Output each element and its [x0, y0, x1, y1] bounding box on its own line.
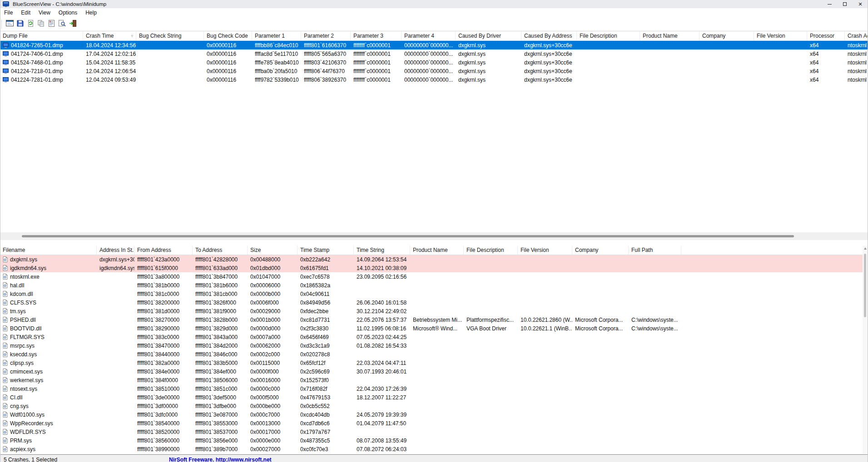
refresh-button[interactable]	[25, 19, 36, 29]
toolbar	[0, 17, 868, 31]
driver-module-row[interactable]: msrpc.sysfffff801`38470000fffff801`384d2…	[0, 341, 868, 350]
column-header-product-name[interactable]: Product Name	[640, 31, 699, 40]
properties-button[interactable]	[46, 19, 57, 29]
column-header-address-in-st[interactable]: Address In St...▵	[97, 246, 134, 255]
driver-module-row[interactable]: PSHED.dllfffff801`38270000fffff801`3828b…	[0, 315, 868, 324]
column-header-parameter-1[interactable]: Parameter 1	[252, 31, 301, 40]
cell-address-in-st	[97, 419, 134, 428]
maximize-button[interactable]	[837, 0, 853, 8]
copy-icon	[38, 20, 45, 29]
column-header-label: Address In St...	[99, 247, 134, 253]
driver-module-row[interactable]: CI.dllfffff801`3de00000fffff801`3def5000…	[0, 393, 868, 402]
cell-time-string: 01.08.2082 16:54:33	[354, 341, 410, 350]
vertical-scrollbar-thumb[interactable]	[864, 254, 866, 317]
driver-module-row[interactable]: PRM.sysfffff801`38560000fffff801`3856e00…	[0, 436, 868, 445]
column-header-company[interactable]: Company	[572, 246, 629, 255]
cell-bug-check-string	[136, 67, 204, 75]
driver-module-row[interactable]: Wdf01000.sysfffff801`3dfc0000fffff801`3e…	[0, 410, 868, 419]
column-header-file-description[interactable]: File Description	[464, 246, 518, 255]
column-header-product-name[interactable]: Product Name	[410, 246, 464, 255]
column-header-dump-file[interactable]: Dump File	[0, 31, 83, 40]
column-header-file-version[interactable]: File Version	[754, 31, 807, 40]
nirsoft-link[interactable]: NirSoft Freeware. http://www.nirsoft.net	[169, 457, 272, 462]
driver-module-row[interactable]: ksecdd.sysfffff801`38440000fffff801`3846…	[0, 350, 868, 359]
column-header-to-address[interactable]: To Address	[193, 246, 248, 255]
exit-button[interactable]	[67, 19, 78, 29]
column-header-filename[interactable]: Filename	[0, 246, 97, 255]
cell-filename: CI.dll	[0, 393, 97, 402]
column-header-label: Bug Check Code	[207, 33, 248, 39]
menu-item-options[interactable]: Options	[55, 9, 81, 17]
driver-module-row[interactable]: CLFS.SYSfffff801`38200000fffff801`3826f0…	[0, 298, 868, 307]
driver-module-row[interactable]: FLTMGR.SYSfffff801`383c0000fffff801`3843…	[0, 333, 868, 341]
crash-dump-row[interactable]: 041524-7468-01.dmp15.04.2024 11:58:350x0…	[0, 58, 868, 67]
column-header-processor[interactable]: Processor	[807, 31, 845, 40]
cell-size: 0x00006000	[248, 281, 298, 290]
cell-file-description	[464, 445, 518, 453]
driver-module-row[interactable]: clipsp.sysfffff801`382a0000fffff801`383b…	[0, 359, 868, 367]
horizontal-scrollbar[interactable]	[0, 232, 868, 240]
driver-module-row[interactable]: ntoskrnl.exefffff801`3a800000fffff801`3b…	[0, 272, 868, 281]
system-file-icon	[3, 437, 8, 443]
driver-module-row[interactable]: hal.dllfffff801`381b0000fffff801`381b600…	[0, 281, 868, 290]
column-header-company[interactable]: Company	[699, 31, 754, 40]
column-header-label: Filename	[3, 247, 25, 253]
column-header-time-string[interactable]: Time String	[354, 246, 410, 255]
cell-time-stamp: 0x6456f469	[298, 333, 354, 341]
column-header-parameter-2[interactable]: Parameter 2	[301, 31, 351, 40]
crash-dump-row[interactable]: 041724-7406-01.dmp17.04.2024 12:02:160x0…	[0, 49, 868, 58]
column-header-crash-time[interactable]: Crash Time▿	[83, 31, 136, 40]
column-header-label: Parameter 2	[304, 33, 334, 39]
column-header-from-address[interactable]: From Address	[134, 246, 193, 255]
column-header-bug-check-code[interactable]: Bug Check Code	[204, 31, 252, 40]
column-header-caused-by-address[interactable]: Caused By Address	[521, 31, 577, 40]
column-header-crash-address[interactable]: Crash Address	[845, 31, 868, 40]
column-header-bug-check-string[interactable]: Bug Check String	[136, 31, 204, 40]
driver-module-row[interactable]: WDFLDR.SYSfffff801`38520000fffff801`3853…	[0, 428, 868, 436]
find-button[interactable]	[57, 19, 67, 29]
cell-from-address: fffff801`38290000	[134, 324, 193, 333]
driver-module-row[interactable]: igdkmdn64.sysigdkmdn64.sys+16...fffff801…	[0, 264, 868, 272]
cell-time-string: 08.07.2008 13:55:49	[354, 436, 410, 445]
scroll-up-arrow-icon[interactable]	[864, 247, 867, 250]
driver-module-row[interactable]: kdcom.dllfffff801`381c0000fffff801`381cb…	[0, 290, 868, 298]
minimize-button[interactable]	[822, 0, 837, 8]
cell-product-name	[640, 49, 699, 58]
driver-module-row[interactable]: cmimcext.sysfffff801`384e0000fffff801`38…	[0, 367, 868, 376]
column-header-size[interactable]: Size	[248, 246, 298, 255]
column-header-file-description[interactable]: File Description	[577, 31, 640, 40]
menu-item-file[interactable]: File	[0, 9, 17, 17]
cell-parameter-2: fffff806`44f76370	[301, 67, 351, 75]
dump-options-button[interactable]	[5, 19, 15, 29]
column-header-file-version[interactable]: File Version	[518, 246, 572, 255]
crash-dump-row[interactable]: 041824-7265-01.dmp18.04.2024 12:34:560x0…	[0, 41, 868, 49]
crash-dump-row[interactable]: 041224-7281-01.dmp12.04.2024 09:53:490x0…	[0, 75, 868, 84]
driver-module-row[interactable]: werkernel.sysfffff801`384f0000fffff801`3…	[0, 376, 868, 384]
driver-module-row[interactable]: ntosext.sysfffff801`38510000fffff801`385…	[0, 384, 868, 393]
column-header-caused-by-driver[interactable]: Caused By Driver	[456, 31, 521, 40]
driver-module-row[interactable]: tm.sysfffff801`381d0000fffff801`381f9000…	[0, 307, 868, 315]
save-button[interactable]	[15, 19, 25, 29]
column-header-time-stamp[interactable]: Time Stamp	[298, 246, 354, 255]
crash-dump-row[interactable]: 041224-7218-01.dmp12.04.2024 12:06:540x0…	[0, 67, 868, 75]
close-button[interactable]: ✕	[853, 0, 868, 8]
menu-item-help[interactable]: Help	[81, 9, 101, 17]
driver-module-row[interactable]: acpiex.sysfffff801`38990000fffff801`389b…	[0, 445, 868, 453]
column-header-parameter-3[interactable]: Parameter 3	[351, 31, 402, 40]
cell-file-description	[577, 41, 640, 49]
driver-module-row[interactable]: dxgkrnl.sysdxgkrnl.sys+30cc6efffff801`42…	[0, 255, 868, 264]
column-header-parameter-4[interactable]: Parameter 4	[402, 31, 456, 40]
horizontal-scrollbar-thumb[interactable]	[22, 235, 794, 237]
cell-to-address: fffff801`3851c000	[193, 384, 248, 393]
menu-item-edit[interactable]: Edit	[17, 9, 35, 17]
driver-module-row[interactable]: BOOTVID.dllfffff801`38290000fffff801`382…	[0, 324, 868, 333]
menu-item-view[interactable]: View	[35, 9, 55, 17]
driver-module-row[interactable]: WppRecorder.sysfffff801`38540000fffff801…	[0, 419, 868, 428]
column-header-label: Parameter 1	[255, 33, 285, 39]
copy-button[interactable]	[36, 19, 46, 29]
system-file-icon	[3, 291, 8, 297]
cell-time-stamp: 0xb222a642	[298, 255, 354, 264]
column-header-full-path[interactable]: Full Path	[629, 246, 681, 255]
cell-time-stamp: 0x2f3c3830	[298, 324, 354, 333]
driver-module-row[interactable]: cng.sysfffff801`3df00000fffff801`3dfbe00…	[0, 402, 868, 410]
